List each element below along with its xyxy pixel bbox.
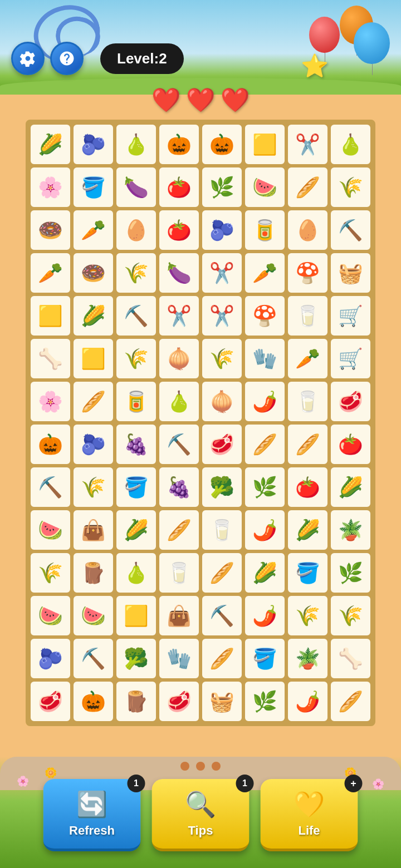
tile[interactable]: 🌶️ — [244, 381, 286, 422]
tile[interactable]: ✂️ — [201, 252, 243, 294]
tile[interactable]: 🪴 — [330, 509, 371, 551]
tile[interactable]: 🍆 — [115, 166, 157, 208]
tile[interactable]: ✂️ — [158, 295, 200, 337]
tile[interactable]: 🌿 — [244, 466, 286, 508]
tile[interactable]: 🥖 — [72, 381, 114, 422]
tile[interactable]: 🥛 — [158, 552, 200, 594]
tile[interactable]: 👜 — [72, 509, 114, 551]
tile[interactable]: 🌶️ — [244, 509, 286, 551]
tips-button[interactable]: 1 🔍 Tips — [152, 779, 250, 851]
tile[interactable]: 🍇 — [115, 423, 157, 465]
tile[interactable]: 🥩 — [201, 423, 243, 465]
tile[interactable]: 🌸 — [30, 166, 71, 208]
tile[interactable]: 🍅 — [158, 166, 200, 208]
tile[interactable]: 🍄 — [244, 295, 286, 337]
life-button[interactable]: + 💛 Life — [261, 779, 358, 851]
tile[interactable]: 🥦 — [115, 638, 157, 679]
tile[interactable]: 🪴 — [287, 638, 329, 679]
tile[interactable]: ⛏️ — [330, 209, 371, 251]
tile[interactable]: 🥕 — [287, 338, 329, 379]
tile[interactable]: 🍩 — [30, 209, 71, 251]
tile[interactable]: 🥦 — [201, 466, 243, 508]
tile[interactable]: 🌶️ — [244, 595, 286, 637]
tile[interactable]: 🧺 — [201, 680, 243, 722]
tile[interactable]: 🍇 — [158, 466, 200, 508]
tile[interactable]: 🥚 — [115, 209, 157, 251]
tile[interactable]: 🌾 — [115, 338, 157, 379]
tile[interactable]: 🛒 — [330, 295, 371, 337]
tile[interactable]: 🍅 — [287, 466, 329, 508]
tile[interactable]: 🌾 — [72, 466, 114, 508]
tile[interactable]: 🌽 — [330, 466, 371, 508]
tile[interactable]: 🍩 — [72, 252, 114, 294]
tile[interactable]: 🧅 — [201, 381, 243, 422]
tile[interactable]: 🍉 — [30, 509, 71, 551]
tile[interactable]: 🌿 — [330, 552, 371, 594]
tile[interactable]: 🌽 — [287, 509, 329, 551]
tile[interactable]: ⛏️ — [72, 638, 114, 679]
tile[interactable]: 🪣 — [72, 166, 114, 208]
tile[interactable]: 🟨 — [30, 295, 71, 337]
tile[interactable]: ⛏️ — [158, 423, 200, 465]
tile[interactable]: 🧺 — [330, 252, 371, 294]
tile[interactable]: 🎃 — [201, 124, 243, 165]
tile[interactable]: 🥕 — [30, 252, 71, 294]
tile[interactable]: 🍉 — [30, 595, 71, 637]
tile[interactable]: 🪣 — [115, 466, 157, 508]
tile[interactable]: 🥛 — [201, 509, 243, 551]
tile[interactable]: 🍆 — [158, 252, 200, 294]
tile[interactable]: 🍉 — [72, 595, 114, 637]
tile[interactable]: 🥛 — [287, 295, 329, 337]
tile[interactable]: 🌾 — [330, 595, 371, 637]
tile[interactable]: 🪵 — [72, 552, 114, 594]
tile[interactable]: 🌽 — [115, 509, 157, 551]
tile[interactable]: 🥫 — [244, 209, 286, 251]
tile[interactable]: 🫐 — [72, 124, 114, 165]
tile[interactable]: 🧤 — [244, 338, 286, 379]
tile[interactable]: 👜 — [158, 595, 200, 637]
tile[interactable]: 🥖 — [330, 680, 371, 722]
tile[interactable]: 🍄 — [287, 252, 329, 294]
tile[interactable]: 🌾 — [201, 338, 243, 379]
refresh-button[interactable]: 1 🔄 Refresh — [43, 779, 141, 851]
tile[interactable]: 🎃 — [30, 423, 71, 465]
tile[interactable]: 🌽 — [244, 552, 286, 594]
tile[interactable]: 🌿 — [201, 166, 243, 208]
tile[interactable]: 🟨 — [244, 124, 286, 165]
tile[interactable]: 🎃 — [72, 680, 114, 722]
tile[interactable]: 🛒 — [330, 338, 371, 379]
tile[interactable]: 🥛 — [287, 381, 329, 422]
tile[interactable]: 🍐 — [115, 124, 157, 165]
tile[interactable]: 🥖 — [244, 423, 286, 465]
tile[interactable]: ✂️ — [201, 295, 243, 337]
tile[interactable]: ⛏️ — [201, 595, 243, 637]
tile[interactable]: 🥩 — [158, 680, 200, 722]
tile[interactable]: 🌾 — [330, 166, 371, 208]
tile[interactable]: 🌿 — [244, 680, 286, 722]
tile[interactable]: 🟨 — [72, 338, 114, 379]
tile[interactable]: 🫐 — [72, 423, 114, 465]
tile[interactable]: 🥕 — [72, 209, 114, 251]
tile[interactable]: 🧤 — [158, 638, 200, 679]
tile[interactable]: 🦴 — [330, 638, 371, 679]
tile[interactable]: 🌾 — [115, 252, 157, 294]
tile[interactable]: 🌶️ — [287, 680, 329, 722]
tile[interactable]: 🥖 — [158, 509, 200, 551]
tile[interactable]: 🫐 — [201, 209, 243, 251]
tile[interactable]: 🪣 — [244, 638, 286, 679]
tile[interactable]: 🥖 — [287, 423, 329, 465]
tile[interactable]: 🌾 — [30, 552, 71, 594]
tile[interactable]: 🥩 — [30, 680, 71, 722]
help-button[interactable] — [50, 42, 84, 75]
tile[interactable]: ⛏️ — [115, 295, 157, 337]
tile[interactable]: 🥫 — [115, 381, 157, 422]
tile[interactable]: 🟨 — [115, 595, 157, 637]
tile[interactable]: 🦴 — [30, 338, 71, 379]
tile[interactable]: 🥕 — [244, 252, 286, 294]
tile[interactable]: 🌸 — [30, 381, 71, 422]
tile[interactable]: ⛏️ — [30, 466, 71, 508]
tile[interactable]: 🪵 — [115, 680, 157, 722]
tile[interactable]: 🌽 — [72, 295, 114, 337]
tile[interactable]: 🪣 — [287, 552, 329, 594]
tile[interactable]: 🥩 — [330, 381, 371, 422]
